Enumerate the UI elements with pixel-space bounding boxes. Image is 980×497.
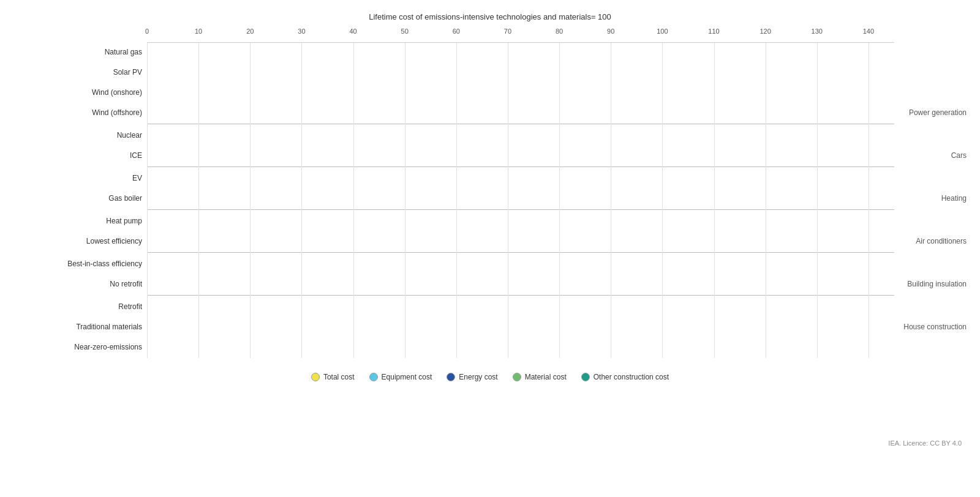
chart-area: 0102030405060708090100110120130140Natura… (12, 28, 968, 358)
x-tick: 100 (662, 28, 673, 35)
bar-row: ICECars (147, 146, 894, 165)
bar-label: Traditional materials (13, 323, 142, 331)
legend-label: Material cost (525, 373, 567, 381)
legend-dot (513, 373, 521, 381)
bar-label: Wind (onshore) (13, 88, 142, 97)
x-tick: 60 (456, 28, 464, 35)
x-tick-label: 60 (453, 28, 460, 35)
x-tick-label: 120 (760, 28, 771, 35)
x-tick: 80 (559, 28, 567, 35)
legend-item-other: Other construction cost (581, 373, 669, 381)
x-tick: 0 (147, 28, 151, 35)
section-divider (147, 295, 894, 296)
chart-title: Lifetime cost of emissions-intensive tec… (12, 12, 968, 21)
x-tick-label: 110 (708, 28, 719, 35)
x-tick: 140 (869, 28, 880, 35)
bar-label: Near-zero-emissions (13, 343, 142, 351)
bar-row: Near-zero-emissions (147, 338, 894, 356)
x-tick-label: 20 (246, 28, 254, 35)
chart-container: Lifetime cost of emissions-intensive tec… (0, 0, 980, 497)
section-divider (147, 252, 894, 253)
bar-label: ICE (13, 151, 142, 160)
bar-label: Lowest efficiency (13, 237, 142, 245)
x-tick: 40 (353, 28, 361, 35)
x-tick: 10 (198, 28, 206, 35)
bar-label: Best-in-class efficiency (13, 260, 142, 268)
x-tick-label: 70 (504, 28, 511, 35)
legend-label: Equipment cost (382, 373, 432, 381)
x-tick: 110 (714, 28, 725, 35)
x-tick-label: 30 (298, 28, 305, 35)
legend-dot (447, 373, 455, 381)
bar-row: Retrofit (147, 297, 894, 316)
legend-item-material: Material cost (513, 373, 567, 381)
legend-dot (369, 373, 378, 381)
bar-label: Nuclear (13, 131, 142, 140)
section-divider (147, 124, 894, 124)
x-tick-label: 100 (657, 28, 668, 35)
bar-row: Nuclear (147, 126, 894, 144)
section-label: Heating (941, 194, 967, 203)
section-label: House construction (903, 323, 967, 331)
x-tick-label: 40 (349, 28, 356, 35)
legend-item-energy: Energy cost (447, 373, 497, 381)
bar-label: Heat pump (13, 217, 142, 225)
x-tick: 50 (405, 28, 412, 35)
x-axis: 0102030405060708090100110120130140 (147, 28, 894, 43)
x-tick: 120 (766, 28, 777, 35)
x-tick-label: 80 (556, 28, 563, 35)
section-divider (147, 209, 894, 210)
section-label: Building insulation (907, 280, 967, 288)
bar-label: Natural gas (13, 48, 142, 56)
section-label: Power generation (909, 108, 967, 117)
bar-label: Solar PV (13, 68, 142, 77)
bar-row: Gas boilerHeating (147, 189, 894, 207)
bar-label: Retrofit (13, 302, 142, 311)
bar-label: Wind (offshore) (13, 108, 142, 117)
x-tick-label: 90 (607, 28, 614, 35)
bar-row: EV (147, 169, 894, 187)
bar-row: Wind (onshore) (147, 83, 894, 102)
legend-item-equipment: Equipment cost (369, 373, 432, 381)
bar-row: No retrofitBuilding insulation (147, 275, 894, 293)
bar-label: EV (13, 174, 142, 182)
bar-label: No retrofit (13, 280, 142, 288)
x-tick: 30 (301, 28, 309, 35)
bar-row: Wind (offshore)Power generation (147, 103, 894, 122)
bars-container: Natural gasSolar PVWind (onshore)Wind (o… (147, 43, 894, 358)
credit-text: IEA. Licence: CC BY 4.0 (888, 439, 962, 447)
legend-label: Total cost (323, 373, 355, 381)
x-tick-label: 140 (863, 28, 874, 35)
bar-row: Heat pump (147, 212, 894, 230)
legend-dot (311, 373, 320, 381)
x-tick-label: 50 (401, 28, 409, 35)
legend-label: Other construction cost (594, 373, 669, 381)
bar-row: Solar PV (147, 63, 894, 81)
legend-item-total: Total cost (311, 373, 355, 381)
section-label: Air conditioners (916, 237, 967, 245)
x-tick: 20 (250, 28, 257, 35)
x-tick-label: 0 (145, 28, 149, 35)
bar-row: Best-in-class efficiency (147, 255, 894, 273)
x-tick: 70 (508, 28, 515, 35)
bar-row: Lowest efficiencyAir conditioners (147, 232, 894, 250)
x-tick: 90 (611, 28, 618, 35)
x-tick-label: 130 (812, 28, 823, 35)
legend: Total costEquipment costEnergy costMater… (12, 368, 968, 381)
bar-label: Gas boiler (13, 194, 142, 203)
bar-row: Traditional materialsHouse construction (147, 318, 894, 336)
legend-label: Energy cost (459, 373, 497, 381)
legend-dot (581, 373, 590, 381)
x-tick-label: 10 (195, 28, 202, 35)
section-label: Cars (951, 151, 967, 160)
section-divider (147, 166, 894, 167)
bar-row: Natural gas (147, 43, 894, 61)
x-tick: 130 (817, 28, 828, 35)
